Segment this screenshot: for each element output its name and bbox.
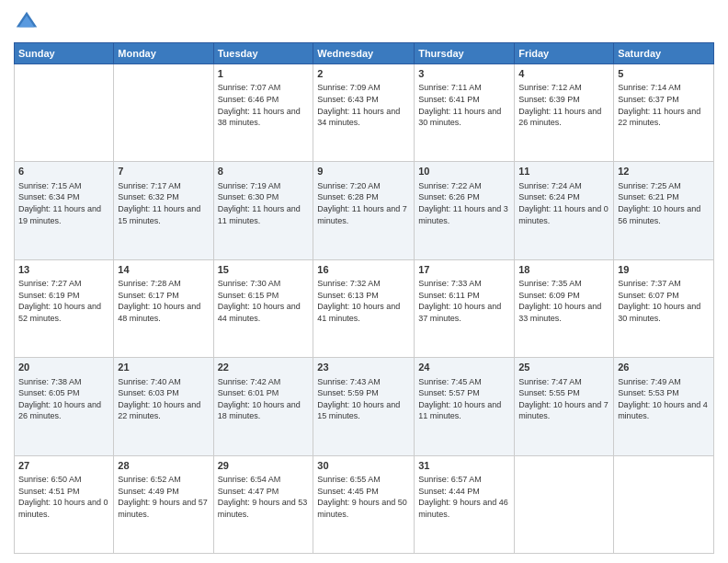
day-of-week-header: Wednesday [313,43,415,64]
day-info: Sunrise: 7:37 AM Sunset: 6:07 PM Dayligh… [618,278,710,324]
day-info: Sunrise: 7:25 AM Sunset: 6:21 PM Dayligh… [618,180,710,226]
day-info: Sunrise: 7:27 AM Sunset: 6:19 PM Dayligh… [18,278,109,324]
day-number: 20 [18,361,109,374]
day-number: 4 [518,67,609,81]
calendar-cell: 24Sunrise: 7:45 AM Sunset: 5:57 PM Dayli… [415,358,515,455]
calendar-cell: 29Sunrise: 6:54 AM Sunset: 4:47 PM Dayli… [213,455,313,553]
header [14,9,714,35]
calendar-cell: 21Sunrise: 7:40 AM Sunset: 6:03 PM Dayli… [114,358,213,455]
day-number: 8 [218,165,310,178]
calendar-cell: 30Sunrise: 6:55 AM Sunset: 4:45 PM Dayli… [313,455,415,553]
calendar-cell [614,455,714,553]
calendar-cell [15,64,114,162]
day-info: Sunrise: 7:30 AM Sunset: 6:15 PM Dayligh… [218,278,310,324]
day-number: 14 [118,263,209,277]
calendar-cell: 18Sunrise: 7:35 AM Sunset: 6:09 PM Dayli… [515,259,614,357]
calendar-week-row: 27Sunrise: 6:50 AM Sunset: 4:51 PM Dayli… [15,455,714,553]
day-number: 3 [418,67,510,81]
day-number: 27 [18,459,109,473]
day-number: 2 [317,67,410,81]
day-info: Sunrise: 7:38 AM Sunset: 6:05 PM Dayligh… [18,376,109,422]
calendar-week-row: 13Sunrise: 7:27 AM Sunset: 6:19 PM Dayli… [15,259,714,357]
day-number: 13 [18,263,109,277]
day-number: 21 [118,361,209,374]
day-info: Sunrise: 7:11 AM Sunset: 6:41 PM Dayligh… [418,82,510,128]
day-of-week-header: Thursday [415,43,515,64]
day-of-week-header: Friday [515,43,614,64]
day-info: Sunrise: 7:47 AM Sunset: 5:55 PM Dayligh… [518,376,609,422]
calendar-cell: 14Sunrise: 7:28 AM Sunset: 6:17 PM Dayli… [114,259,213,357]
calendar-cell: 22Sunrise: 7:42 AM Sunset: 6:01 PM Dayli… [213,358,313,455]
day-number: 26 [618,361,710,374]
calendar-cell: 19Sunrise: 7:37 AM Sunset: 6:07 PM Dayli… [614,259,714,357]
calendar-cell: 12Sunrise: 7:25 AM Sunset: 6:21 PM Dayli… [614,162,714,259]
calendar-cell: 20Sunrise: 7:38 AM Sunset: 6:05 PM Dayli… [15,358,114,455]
day-of-week-header: Tuesday [213,43,313,64]
day-info: Sunrise: 7:49 AM Sunset: 5:53 PM Dayligh… [618,376,710,422]
day-info: Sunrise: 7:09 AM Sunset: 6:43 PM Dayligh… [317,82,410,128]
day-number: 9 [317,165,410,178]
day-number: 31 [418,459,510,473]
day-info: Sunrise: 7:42 AM Sunset: 6:01 PM Dayligh… [218,376,310,422]
day-info: Sunrise: 7:33 AM Sunset: 6:11 PM Dayligh… [418,278,510,324]
calendar-cell: 7Sunrise: 7:17 AM Sunset: 6:32 PM Daylig… [114,162,213,259]
calendar-cell: 16Sunrise: 7:32 AM Sunset: 6:13 PM Dayli… [313,259,415,357]
day-number: 11 [518,165,609,178]
calendar-cell: 17Sunrise: 7:33 AM Sunset: 6:11 PM Dayli… [415,259,515,357]
calendar-cell: 10Sunrise: 7:22 AM Sunset: 6:26 PM Dayli… [415,162,515,259]
calendar-cell: 3Sunrise: 7:11 AM Sunset: 6:41 PM Daylig… [415,64,515,162]
day-number: 22 [218,361,310,374]
logo-icon [14,9,40,35]
calendar-cell: 15Sunrise: 7:30 AM Sunset: 6:15 PM Dayli… [213,259,313,357]
calendar-cell [114,64,213,162]
day-number: 29 [218,459,310,473]
day-info: Sunrise: 7:12 AM Sunset: 6:39 PM Dayligh… [518,82,609,128]
day-number: 17 [418,263,510,277]
day-number: 16 [317,263,410,277]
day-info: Sunrise: 7:24 AM Sunset: 6:24 PM Dayligh… [518,180,609,226]
calendar-cell: 11Sunrise: 7:24 AM Sunset: 6:24 PM Dayli… [515,162,614,259]
day-info: Sunrise: 7:17 AM Sunset: 6:32 PM Dayligh… [118,180,209,226]
day-info: Sunrise: 7:15 AM Sunset: 6:34 PM Dayligh… [18,180,109,226]
day-of-week-header: Saturday [614,43,714,64]
calendar-week-row: 1Sunrise: 7:07 AM Sunset: 6:46 PM Daylig… [15,64,714,162]
day-info: Sunrise: 6:54 AM Sunset: 4:47 PM Dayligh… [218,474,310,520]
day-number: 25 [518,361,609,374]
day-number: 10 [418,165,510,178]
calendar-cell: 9Sunrise: 7:20 AM Sunset: 6:28 PM Daylig… [313,162,415,259]
day-number: 1 [218,67,310,81]
calendar-cell: 5Sunrise: 7:14 AM Sunset: 6:37 PM Daylig… [614,64,714,162]
calendar-cell: 2Sunrise: 7:09 AM Sunset: 6:43 PM Daylig… [313,64,415,162]
day-number: 28 [118,459,209,473]
day-number: 18 [518,263,609,277]
day-info: Sunrise: 7:28 AM Sunset: 6:17 PM Dayligh… [118,278,209,324]
calendar-week-row: 6Sunrise: 7:15 AM Sunset: 6:34 PM Daylig… [15,162,714,259]
calendar-cell: 8Sunrise: 7:19 AM Sunset: 6:30 PM Daylig… [213,162,313,259]
day-info: Sunrise: 6:50 AM Sunset: 4:51 PM Dayligh… [18,474,109,520]
calendar-cell: 1Sunrise: 7:07 AM Sunset: 6:46 PM Daylig… [213,64,313,162]
day-info: Sunrise: 7:45 AM Sunset: 5:57 PM Dayligh… [418,376,510,422]
day-number: 24 [418,361,510,374]
day-of-week-header: Sunday [15,43,114,64]
day-info: Sunrise: 7:40 AM Sunset: 6:03 PM Dayligh… [118,376,209,422]
day-number: 30 [317,459,410,473]
page: SundayMondayTuesdayWednesdayThursdayFrid… [0,0,728,563]
day-info: Sunrise: 6:57 AM Sunset: 4:44 PM Dayligh… [418,474,510,520]
day-info: Sunrise: 7:43 AM Sunset: 5:59 PM Dayligh… [317,376,410,422]
calendar-cell: 26Sunrise: 7:49 AM Sunset: 5:53 PM Dayli… [614,358,714,455]
calendar-cell: 27Sunrise: 6:50 AM Sunset: 4:51 PM Dayli… [15,455,114,553]
calendar-header-row: SundayMondayTuesdayWednesdayThursdayFrid… [15,43,714,64]
day-number: 23 [317,361,410,374]
day-of-week-header: Monday [114,43,213,64]
calendar-cell: 31Sunrise: 6:57 AM Sunset: 4:44 PM Dayli… [415,455,515,553]
calendar-cell: 13Sunrise: 7:27 AM Sunset: 6:19 PM Dayli… [15,259,114,357]
day-info: Sunrise: 6:55 AM Sunset: 4:45 PM Dayligh… [317,474,410,520]
day-info: Sunrise: 6:52 AM Sunset: 4:49 PM Dayligh… [118,474,209,520]
day-info: Sunrise: 7:35 AM Sunset: 6:09 PM Dayligh… [518,278,609,324]
calendar-cell: 25Sunrise: 7:47 AM Sunset: 5:55 PM Dayli… [515,358,614,455]
calendar-cell [515,455,614,553]
day-info: Sunrise: 7:22 AM Sunset: 6:26 PM Dayligh… [418,180,510,226]
calendar-week-row: 20Sunrise: 7:38 AM Sunset: 6:05 PM Dayli… [15,358,714,455]
day-number: 5 [618,67,710,81]
day-number: 15 [218,263,310,277]
